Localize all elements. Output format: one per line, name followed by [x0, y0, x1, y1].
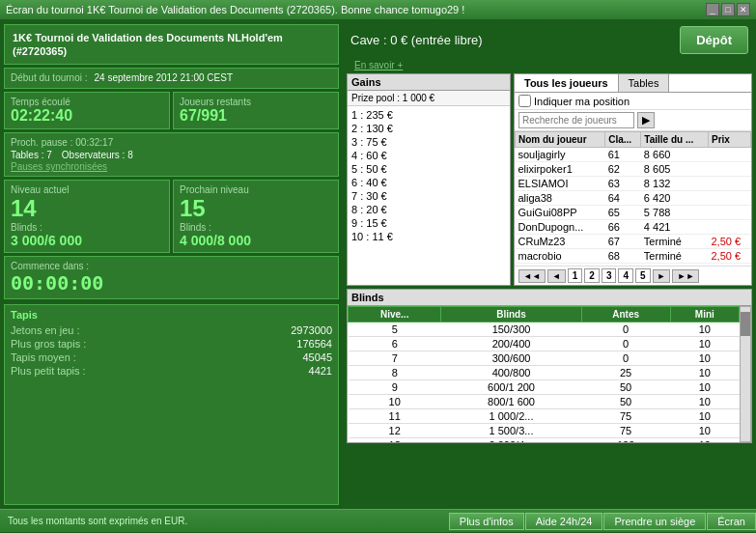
temps-panel: Temps écoulé 02:22:40	[4, 92, 170, 129]
blinds-scrollbar[interactable]	[740, 306, 751, 442]
blinds-cell-blinds: 400/800	[441, 366, 581, 380]
table-row[interactable]: CRuMz2367Terminé2,50 €	[516, 235, 751, 249]
blinds-cell-level: 12	[349, 424, 441, 438]
players-toolbar: Indiquer ma position	[515, 93, 751, 110]
blinds-cell-blinds: 1 000/2...	[441, 409, 581, 424]
tapis-row-0: Jetons en jeu : 2973000	[11, 323, 332, 337]
gains-row: 7 : 30 €	[351, 189, 506, 203]
blinds-cell-antes: 75	[581, 424, 670, 438]
table-row[interactable]: GuiGui08PP655 788	[516, 206, 751, 220]
blinds-cell-mini: 10	[670, 337, 739, 351]
tab-tous-joueurs[interactable]: Tous les joueurs	[515, 74, 619, 92]
blinds-cell-blinds: 2 000/4...	[441, 438, 581, 443]
blinds-cell-mini: 10	[670, 424, 739, 438]
table-row[interactable]: DonDupogn...664 421	[516, 220, 751, 235]
search-input[interactable]	[518, 112, 634, 128]
player-rank: 68	[605, 249, 641, 264]
minimize-btn[interactable]: _	[706, 3, 719, 16]
player-rank: 62	[605, 162, 641, 177]
pauses-link[interactable]: Pauses synchronisées	[11, 161, 107, 172]
blinds-row: 111 000/2...7510	[349, 409, 740, 424]
blinds-value-actuel: 3 000/6 000	[11, 233, 163, 248]
nav-prev[interactable]: ◄	[547, 269, 566, 283]
proch-pause: Proch. pause : 00:32:17	[11, 137, 113, 148]
blinds-table: Nive... Blinds Antes Mini 5150/300010620…	[348, 306, 740, 442]
nav-first[interactable]: ◄◄	[518, 269, 546, 283]
tapis-title: Tapis	[11, 309, 332, 321]
blinds-row: 9600/1 2005010	[349, 380, 740, 395]
blinds-cell-antes: 50	[581, 395, 670, 409]
nav-next[interactable]: ►	[653, 269, 671, 283]
nav-page-3[interactable]: 3	[602, 268, 617, 283]
plus-infos-btn[interactable]: Plus d'infos	[449, 513, 524, 530]
table-row[interactable]: macrobio68Terminé2,50 €	[516, 249, 751, 264]
nav-page-4[interactable]: 4	[618, 268, 633, 283]
player-name: CRuMz23	[516, 235, 605, 249]
search-arrow-btn[interactable]: ▶	[637, 112, 655, 128]
close-btn[interactable]: ✕	[737, 3, 750, 16]
ecran-btn[interactable]: Écran	[707, 513, 756, 530]
player-stack: 8 132	[641, 177, 709, 191]
table-row[interactable]: aliga38646 420	[516, 191, 751, 206]
tournament-title: 1K€ Tournoi de Validation des Documents …	[4, 24, 339, 65]
left-panel: 1K€ Tournoi de Validation des Documents …	[0, 20, 343, 509]
gains-row: 8 : 20 €	[351, 203, 506, 216]
blinds-label-prochain: Blinds :	[180, 222, 332, 233]
nav-page-2[interactable]: 2	[584, 268, 600, 283]
table-row[interactable]: ELSIAMOI638 132	[516, 177, 751, 191]
joueurs-label: Joueurs restants	[180, 97, 332, 107]
blinds-cell-blinds: 300/600	[441, 351, 581, 366]
blinds-cell-mini: 10	[670, 323, 739, 337]
blinds-col-antes: Antes	[581, 307, 670, 323]
blinds-row: 10800/1 6005010	[349, 395, 740, 409]
player-prize: 2,50 €	[708, 249, 750, 264]
player-prize: 2,50 €	[708, 235, 750, 249]
blinds-cell-blinds: 800/1 600	[441, 395, 581, 409]
player-rank: 64	[605, 191, 641, 206]
player-name: souljagirly	[516, 148, 605, 162]
col-prix: Prix	[708, 132, 750, 148]
blinds-cell-blinds: 1 500/3...	[441, 424, 581, 438]
blinds-cell-mini: 10	[670, 366, 739, 380]
depot-button[interactable]: Dépôt	[680, 26, 748, 54]
blinds-cell-blinds: 200/400	[441, 337, 581, 351]
prize-pool: Prize pool : 1 000 €	[348, 91, 510, 106]
commence-panel: Commence dans : 00:00:00	[4, 256, 339, 299]
col-nom: Nom du joueur	[516, 132, 605, 148]
blinds-cell-level: 8	[349, 366, 441, 380]
maximize-btn[interactable]: □	[721, 3, 735, 16]
search-row: ▶	[515, 110, 751, 131]
right-panel: Cave : 0 € (entrée libre) Dépôt En savoi…	[343, 20, 756, 509]
bottom-buttons: Plus d'infos Aide 24h/24 Prendre un sièg…	[449, 513, 756, 530]
blinds-row: 121 500/3...7510	[349, 424, 740, 438]
aide-btn[interactable]: Aide 24h/24	[525, 513, 603, 530]
checkbox-row: Indiquer ma position	[518, 95, 630, 107]
table-row[interactable]: souljagirly618 660	[516, 148, 751, 162]
tab-tables[interactable]: Tables	[619, 74, 670, 92]
player-stack: 8 660	[641, 148, 709, 162]
title-text: Écran du tournoi 1K€ Tournoi de Validati…	[6, 4, 464, 15]
en-savoir-link[interactable]: En savoir +	[354, 60, 403, 70]
blinds-cell-antes: 75	[581, 409, 670, 424]
gains-row: 6 : 40 €	[351, 176, 506, 189]
blinds-row: 7300/600010	[349, 351, 740, 366]
blinds-cell-mini: 10	[670, 380, 739, 395]
tapis-row-1: Plus gros tapis : 176564	[11, 337, 332, 351]
player-prize	[708, 220, 750, 235]
blinds-cell-level: 5	[349, 323, 441, 337]
nav-page-5[interactable]: 5	[635, 268, 651, 283]
indique-position-checkbox[interactable]	[518, 95, 531, 107]
commence-label: Commence dans :	[11, 261, 332, 271]
nav-last[interactable]: ►►	[672, 269, 699, 283]
player-stack: 5 788	[641, 206, 709, 220]
nav-page-1[interactable]: 1	[568, 268, 583, 283]
gains-row: 3 : 75 €	[351, 135, 506, 149]
players-panel: Tous les joueurs Tables Indiquer ma posi…	[514, 73, 752, 286]
player-rank: 65	[605, 206, 641, 220]
player-name: elixirpoker1	[516, 162, 605, 177]
players-nav: ◄◄ ◄ 1 2 3 4 5 ► ►►	[515, 266, 751, 285]
prendre-siege-btn[interactable]: Prendre un siège	[603, 513, 706, 530]
temps-value: 02:22:40	[11, 107, 163, 125]
table-row[interactable]: elixirpoker1628 605	[516, 162, 751, 177]
blinds-cell-mini: 10	[670, 438, 739, 443]
